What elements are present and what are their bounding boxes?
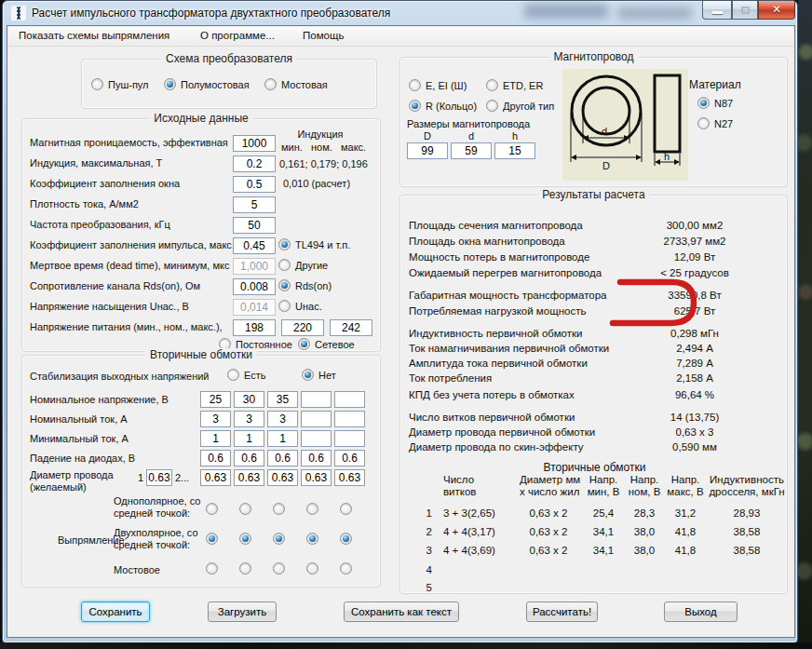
exit-button[interactable]: Выход [664, 602, 738, 622]
radio-core-e-ei[interactable]: E, EI (Ш) [409, 79, 467, 91]
rect-unipolar-2-radio[interactable] [239, 503, 251, 515]
radio-icon[interactable] [278, 279, 291, 291]
dead-time-input[interactable] [233, 258, 276, 275]
window-fill-factor-input[interactable] [233, 176, 276, 193]
radio-icon[interactable] [697, 97, 710, 109]
radio-icon[interactable] [164, 78, 176, 90]
radio-push-pull[interactable]: Пуш-пул [91, 78, 149, 90]
rect-bipolar-2-radio[interactable] [239, 533, 251, 545]
radio-rds-on[interactable]: Rds(on) [278, 279, 332, 291]
radio-full-bridge[interactable]: Мостовая [264, 78, 328, 90]
wire-diam-5-input[interactable] [334, 469, 365, 486]
radio-icon[interactable] [91, 78, 103, 90]
rds-on-input[interactable] [233, 278, 276, 295]
radio-other-driver[interactable]: Другие [278, 259, 328, 271]
core-D-input[interactable] [407, 142, 448, 159]
radio-half-bridge[interactable]: Полумостовая [164, 78, 250, 90]
radio-material-n87[interactable]: N87 [697, 97, 733, 109]
diode-drop-5-input[interactable] [334, 450, 365, 466]
diode-drop-4-input[interactable] [301, 450, 332, 466]
radio-icon[interactable] [278, 259, 291, 271]
radio-icon[interactable] [486, 79, 498, 91]
rect-bridge-5-radio[interactable] [340, 562, 352, 575]
frequency-input[interactable] [233, 217, 276, 234]
radio-icon[interactable] [264, 78, 277, 90]
rect-bridge-4-radio[interactable] [306, 562, 318, 575]
rect-unipolar-1-radio[interactable] [206, 503, 218, 515]
rect-bridge-2-radio[interactable] [239, 562, 251, 575]
vnom-5-input[interactable] [334, 391, 365, 408]
inom-5-input[interactable] [334, 411, 365, 427]
radio-icon[interactable] [278, 300, 291, 312]
imin-3-input[interactable] [267, 430, 298, 447]
vnom-2-input[interactable] [234, 391, 264, 408]
core-dimensions-title: Размеры магнитопровода [407, 118, 530, 129]
rect-unipolar-5-radio[interactable] [340, 503, 352, 515]
imin-4-input[interactable] [301, 430, 332, 447]
imin-1-input[interactable] [200, 430, 231, 447]
core-h-input[interactable] [494, 142, 535, 159]
radio-mains-supply[interactable]: Сетевое [298, 338, 355, 350]
radio-core-etd-er[interactable]: ETD, ER [486, 79, 543, 91]
rect-bipolar-3-radio[interactable] [273, 533, 285, 545]
radio-stabilization-yes[interactable]: Есть [227, 369, 265, 381]
wire-diam-4-input[interactable] [301, 469, 332, 486]
rect-bipolar-4-radio[interactable] [306, 533, 318, 545]
inom-2-input[interactable] [234, 411, 264, 427]
radio-usat[interactable]: Uнас. [278, 300, 322, 312]
permeability-input[interactable] [233, 135, 276, 152]
radio-icon[interactable] [227, 369, 239, 381]
rect-bipolar-5-radio[interactable] [340, 533, 352, 545]
diode-drop-1-input[interactable] [200, 450, 231, 466]
inom-1-input[interactable] [200, 411, 231, 427]
rect-unipolar-3-radio[interactable] [273, 503, 285, 515]
save-button[interactable]: Сохранить [81, 602, 150, 622]
radio-stabilization-no[interactable]: Нет [302, 369, 336, 381]
radio-core-ring[interactable]: R (Кольцо) [409, 100, 477, 112]
radio-tl494[interactable]: TL494 и т.п. [278, 238, 350, 250]
close-icon[interactable]: ✕ [758, 1, 795, 20]
rect-bridge-1-radio[interactable] [206, 562, 218, 575]
load-button[interactable]: Загрузить [208, 602, 277, 622]
save-as-text-button[interactable]: Сохранить как текст [344, 602, 459, 622]
imin-2-input[interactable] [234, 430, 264, 447]
radio-icon[interactable] [409, 79, 421, 91]
radio-icon[interactable] [697, 117, 710, 129]
duty-cycle-input[interactable] [233, 237, 276, 254]
core-d-input[interactable] [451, 142, 492, 159]
radio-icon[interactable] [298, 338, 310, 350]
radio-icon[interactable] [302, 369, 314, 381]
radio-material-n27[interactable]: N27 [697, 117, 733, 129]
wire-diam-primary-input[interactable] [146, 469, 172, 486]
vnom-1-input[interactable] [200, 391, 231, 408]
current-density-input[interactable] [233, 196, 276, 213]
rect-bridge-3-radio[interactable] [273, 562, 285, 575]
radio-icon[interactable] [409, 100, 421, 112]
maximize-icon[interactable] [732, 1, 758, 20]
menu-about[interactable]: О программе... [200, 30, 275, 41]
radio-core-other[interactable]: Другой тип [486, 100, 554, 112]
diode-drop-3-input[interactable] [267, 450, 298, 466]
wire-diam-3-input[interactable] [267, 469, 298, 486]
menu-show-rectifier-schemes[interactable]: Показать схемы выпрямления [19, 30, 169, 41]
supply-max-input[interactable] [330, 319, 372, 336]
diode-drop-2-input[interactable] [234, 450, 264, 466]
inom-4-input[interactable] [301, 411, 332, 427]
max-induction-input[interactable] [233, 155, 276, 172]
rect-bipolar-1-radio[interactable] [206, 533, 218, 545]
supply-nom-input[interactable] [281, 319, 324, 336]
vnom-4-input[interactable] [301, 391, 332, 408]
wire-diam-2-input[interactable] [234, 469, 264, 486]
saturation-voltage-input[interactable] [233, 299, 276, 316]
vnom-3-input[interactable] [267, 391, 298, 408]
radio-icon[interactable] [278, 238, 291, 250]
inom-3-input[interactable] [267, 411, 298, 427]
radio-icon[interactable] [486, 100, 498, 112]
wire-diam-1-input[interactable] [200, 469, 231, 486]
supply-min-input[interactable] [233, 319, 276, 336]
rect-unipolar-4-radio[interactable] [306, 503, 318, 515]
imin-5-input[interactable] [334, 430, 365, 447]
menu-help[interactable]: Помощь [303, 30, 344, 41]
calculate-button[interactable]: Рассчитать! [526, 602, 598, 622]
minimize-icon[interactable] [702, 1, 732, 20]
